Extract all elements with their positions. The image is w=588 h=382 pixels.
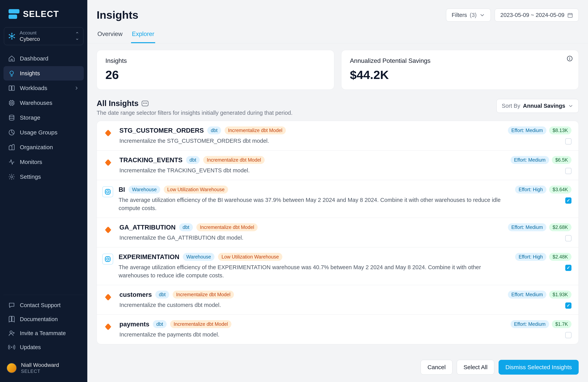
nav-label: Insights bbox=[20, 70, 40, 77]
savings-pill: $2.48K bbox=[549, 253, 571, 261]
insight-body: TRACKING_EVENTSdbtIncrementalize dbt Mod… bbox=[119, 156, 504, 174]
select-checkbox[interactable] bbox=[565, 168, 571, 174]
nav-label: Warehouses bbox=[20, 100, 52, 106]
piechart-icon bbox=[8, 129, 15, 136]
cancel-button[interactable]: Cancel bbox=[420, 360, 452, 375]
select-checkbox[interactable] bbox=[565, 235, 571, 241]
nav-organization[interactable]: Organization bbox=[3, 140, 84, 154]
layout-icon bbox=[8, 85, 15, 92]
tag-dbt: dbt bbox=[155, 291, 169, 298]
insight-list: STG_CUSTOMER_ORDERSdbtIncrementalize dbt… bbox=[97, 121, 579, 344]
nav-warehouses[interactable]: Warehouses bbox=[3, 96, 84, 110]
effort-pill: Effort: Medium bbox=[508, 223, 546, 231]
nav-workloads[interactable]: Workloads bbox=[3, 81, 84, 95]
calendar-icon bbox=[567, 12, 573, 18]
filters-button[interactable]: Filters (3) bbox=[446, 9, 491, 21]
filters-label: Filters bbox=[452, 12, 467, 18]
insight-row[interactable]: customersdbtIncrementalize dbt ModelIncr… bbox=[97, 285, 578, 315]
tag-inc: Incrementalize dbt Model bbox=[170, 320, 231, 328]
nav-invite-teammate[interactable]: Invite a Teammate bbox=[3, 326, 84, 340]
chevron-down-icon bbox=[568, 103, 573, 109]
insight-head: EXPERIMENTATIONWarehouseLow Utilization … bbox=[119, 253, 504, 261]
nav-label: Dashboard bbox=[20, 55, 48, 62]
section-title-text: All Insights bbox=[97, 99, 139, 108]
insight-head: BIWarehouseLow Utilization Warehouse bbox=[119, 186, 504, 193]
select-checkbox[interactable] bbox=[565, 197, 571, 204]
date-range-button[interactable]: 2023-05-09 ~ 2024-05-09 bbox=[495, 9, 579, 21]
broadcast-icon bbox=[8, 344, 15, 351]
account-meta: Account Cyberco bbox=[20, 30, 71, 42]
chevron-down-icon bbox=[479, 12, 485, 18]
nav-settings[interactable]: Settings bbox=[3, 170, 84, 184]
date-range-value: 2023-05-09 ~ 2024-05-09 bbox=[500, 12, 565, 18]
insight-meta-tags: Effort: Medium$2.68K bbox=[508, 223, 571, 231]
nav-storage[interactable]: Storage bbox=[3, 110, 84, 125]
nav-label: Documentation bbox=[20, 316, 58, 322]
activity-icon bbox=[8, 159, 15, 166]
user-menu[interactable]: Niall Woodward SELECT bbox=[0, 357, 87, 382]
select-checkbox[interactable] bbox=[565, 332, 571, 338]
insight-title: TRACKING_EVENTS bbox=[119, 156, 183, 164]
sort-label: Sort By bbox=[502, 103, 520, 109]
nav-label: Usage Groups bbox=[20, 129, 57, 136]
tag-wh: Warehouse bbox=[128, 186, 160, 193]
brand-logo-icon bbox=[9, 9, 20, 20]
nav-insights[interactable]: Insights bbox=[3, 66, 84, 81]
tab-overview[interactable]: Overview bbox=[97, 27, 123, 43]
kpi-insights: Insights 26 bbox=[97, 50, 334, 90]
savings-pill: $6.5K bbox=[552, 156, 571, 164]
effort-pill: Effort: High bbox=[515, 186, 546, 193]
account-value: Cyberco bbox=[20, 36, 71, 42]
dismiss-selected-button[interactable]: Dismiss Selected Insights bbox=[499, 360, 579, 375]
nav-usage-groups[interactable]: Usage Groups bbox=[3, 125, 84, 140]
insight-tail: Effort: High$3.64K bbox=[509, 186, 571, 212]
account-picker[interactable]: Account Cyberco ⌃⌄ bbox=[4, 27, 84, 45]
home-icon bbox=[8, 55, 15, 62]
insight-title: customers bbox=[119, 291, 152, 298]
warehouse-icon bbox=[102, 186, 113, 197]
effort-pill: Effort: Medium bbox=[508, 291, 546, 298]
building-icon bbox=[8, 144, 15, 151]
tag-low: Low Utilization Warehouse bbox=[218, 253, 282, 261]
select-checkbox[interactable] bbox=[565, 302, 571, 309]
insight-meta-tags: Effort: Medium$1.7K bbox=[511, 320, 571, 328]
info-icon[interactable] bbox=[567, 55, 573, 62]
insight-row[interactable]: EXPERIMENTATIONWarehouseLow Utilization … bbox=[97, 247, 578, 285]
nav-label: Organization bbox=[20, 144, 53, 150]
insight-row[interactable]: TRACKING_EVENTSdbtIncrementalize dbt Mod… bbox=[97, 150, 578, 180]
nav-monitors[interactable]: Monitors bbox=[3, 155, 84, 169]
nav-updates[interactable]: Updates bbox=[3, 340, 84, 354]
insight-head: GA_ATTRIBUTIONdbtIncrementalize dbt Mode… bbox=[119, 223, 503, 231]
insight-row[interactable]: STG_CUSTOMER_ORDERSdbtIncrementalize dbt… bbox=[97, 121, 578, 150]
tag-wh: Warehouse bbox=[183, 253, 214, 261]
insight-head: paymentsdbtIncrementalize dbt Model bbox=[119, 320, 504, 328]
insight-head: STG_CUSTOMER_ORDERSdbtIncrementalize dbt… bbox=[119, 127, 503, 134]
select-checkbox[interactable] bbox=[565, 265, 571, 271]
dismissed-toggle-icon[interactable]: ⋯ bbox=[142, 101, 148, 106]
select-checkbox[interactable] bbox=[565, 138, 571, 145]
insight-tail: Effort: Medium$2.68K bbox=[508, 223, 571, 242]
tag-inc: Incrementalize dbt Model bbox=[196, 223, 258, 231]
insight-head: TRACKING_EVENTSdbtIncrementalize dbt Mod… bbox=[119, 156, 504, 164]
footer-actions: Cancel Select All Dismiss Selected Insig… bbox=[87, 354, 588, 382]
effort-pill: Effort: Medium bbox=[511, 156, 549, 164]
tab-explorer[interactable]: Explorer bbox=[131, 27, 155, 43]
insight-row[interactable]: paymentsdbtIncrementalize dbt ModelIncre… bbox=[97, 315, 578, 344]
chevron-right-icon bbox=[74, 85, 79, 91]
user-meta: Niall Woodward SELECT bbox=[21, 361, 59, 374]
sort-value: Annual Savings bbox=[523, 103, 565, 109]
insight-row[interactable]: GA_ATTRIBUTIONdbtIncrementalize dbt Mode… bbox=[97, 218, 578, 247]
nav-contact-support[interactable]: Contact Support bbox=[3, 298, 84, 312]
insight-row[interactable]: BIWarehouseLow Utilization WarehouseThe … bbox=[97, 180, 578, 218]
insight-body: customersdbtIncrementalize dbt ModelIncr… bbox=[119, 291, 503, 309]
nav-dashboard[interactable]: Dashboard bbox=[3, 51, 84, 66]
sort-button[interactable]: Sort By Annual Savings bbox=[496, 99, 579, 113]
select-all-button[interactable]: Select All bbox=[457, 360, 494, 375]
effort-pill: Effort: High bbox=[515, 253, 546, 261]
brand[interactable]: SELECT bbox=[0, 0, 87, 24]
insight-meta-tags: Effort: Medium$8.13K bbox=[508, 127, 571, 134]
secondary-nav: Contact Support Documentation Invite a T… bbox=[0, 297, 87, 357]
tag-dbt: dbt bbox=[207, 127, 221, 134]
sidebar: SELECT Account Cyberco ⌃⌄ Dashboard Insi… bbox=[0, 0, 87, 382]
nav-documentation[interactable]: Documentation bbox=[3, 312, 84, 326]
